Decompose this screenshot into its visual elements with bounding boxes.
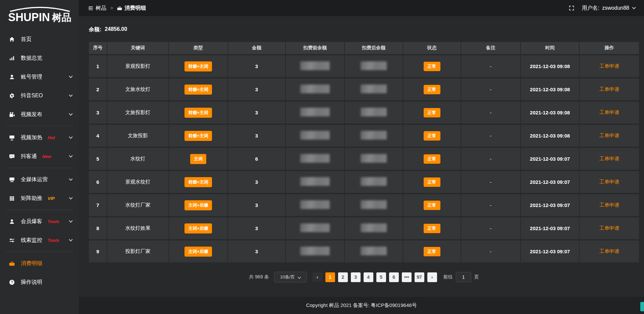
cell-status: 正常 (403, 148, 461, 171)
work-order-link[interactable]: 工单申请 (599, 156, 620, 161)
side-float-widget[interactable] (640, 302, 644, 311)
cell-status: 正常 (403, 125, 461, 148)
chevron-down-icon (298, 275, 301, 279)
col-header-status: 状态 (403, 42, 461, 55)
content-column: 树品 > 消费明细 用户名: zswodun88 余额: 24 (79, 0, 644, 314)
cell-amount: 3 (228, 55, 286, 78)
work-order-link[interactable]: 工单申请 (599, 109, 620, 115)
page-button-3[interactable]: 3 (351, 272, 361, 282)
gear-icon (9, 93, 15, 99)
sidebar-item-home[interactable]: 首页 (0, 30, 79, 49)
cell-balance-before (286, 125, 345, 148)
cell-type: 主词+后缀 (169, 194, 228, 217)
sidebar-item-consumption-detail[interactable]: 消费明细 (0, 254, 79, 273)
page-jump: 前往 页 (443, 272, 479, 282)
redacted-value (361, 223, 387, 232)
chevron-down-icon (69, 177, 72, 180)
cell-status: 正常 (403, 55, 461, 78)
sidebar-item-account-management[interactable]: 账号管理 (0, 67, 79, 86)
breadcrumb: 树品 > 消费明细 (88, 5, 146, 12)
sidebar-item-matrix-boost[interactable]: 矩阵助推 VIP (0, 189, 79, 208)
cell-index: 4 (89, 125, 107, 148)
sidebar-item-video-publish[interactable]: 视频发布 (0, 105, 79, 124)
fullscreen-icon[interactable] (569, 5, 575, 11)
page-button-4[interactable]: 4 (364, 272, 373, 282)
sidebar-divider (6, 168, 73, 168)
cell-type: 前缀+主词 (169, 78, 228, 102)
page-button-5[interactable]: 5 (376, 272, 386, 282)
sidebar-item-operation-guide[interactable]: ? 操作说明 (0, 273, 79, 292)
breadcrumb-current[interactable]: 消费明细 (117, 5, 146, 12)
cell-action: 工单申请 (580, 148, 639, 171)
sidebar-item-member-burst[interactable]: 会员爆客 Tools (0, 212, 79, 231)
cell-keyword: 水纹灯效果 (107, 217, 169, 241)
redacted-value (361, 177, 387, 186)
sidebar-item-douketong[interactable]: 抖客通 New (0, 147, 79, 166)
sidebar-item-douyin-seo[interactable]: 抖音SEO (0, 86, 79, 105)
cell-keyword: 文旅投影 (107, 125, 169, 148)
cell-remark: - (461, 102, 521, 125)
redacted-value (300, 223, 330, 232)
sidebar-item-lead-monitoring[interactable]: 线索监控 Tools (0, 231, 79, 250)
cell-balance-after (345, 78, 403, 102)
redacted-value (300, 154, 330, 163)
cell-action: 工单申请 (580, 102, 639, 125)
app-window: SHUPIN 树品 首页 数据总览 账号管理 抖音SEO (0, 0, 644, 314)
sidebar-divider (6, 252, 73, 252)
type-badge: 主词+后缀 (184, 247, 212, 257)
cell-status: 正常 (403, 171, 461, 194)
work-order-link[interactable]: 工单申请 (599, 248, 620, 254)
cell-action: 工单申请 (580, 125, 639, 148)
breadcrumb-root[interactable]: 树品 (88, 5, 106, 12)
page-button-97[interactable]: 97 (415, 272, 424, 282)
jump-prefix-label: 前往 (443, 274, 453, 280)
work-order-link[interactable]: 工单申请 (599, 63, 620, 69)
cell-balance-after (345, 194, 403, 217)
pagination: 共 969 条 10条/页 ‹ 1 2 3 4 5 6 ••• 97 › 前往 … (89, 272, 639, 282)
jump-suffix-label: 页 (474, 274, 479, 280)
username-label: 用户名: (582, 5, 599, 12)
sidebar-item-all-media-operation[interactable]: 全媒体运营 (0, 170, 79, 189)
page-button-6[interactable]: 6 (389, 272, 399, 282)
topbar-right: 用户名: zswodun88 (569, 5, 635, 12)
logo[interactable]: SHUPIN 树品 (0, 3, 79, 25)
redacted-value (300, 177, 330, 186)
redacted-value (300, 61, 330, 70)
cell-action: 工单申请 (580, 194, 639, 217)
col-header-balance-after: 扣费后余额 (345, 42, 403, 55)
cell-status: 正常 (403, 241, 461, 264)
work-order-link[interactable]: 工单申请 (599, 202, 620, 208)
jump-page-input[interactable] (456, 272, 471, 282)
sidebar-item-video-heating[interactable]: 视频加热 Hot (0, 128, 79, 147)
work-order-link[interactable]: 工单申请 (599, 86, 620, 92)
page-size-select[interactable]: 10条/页 (274, 272, 307, 282)
work-order-link[interactable]: 工单申请 (599, 179, 620, 185)
cell-action: 工单申请 (580, 171, 639, 194)
work-order-link[interactable]: 工单申请 (599, 133, 620, 138)
sidebar-divider (6, 210, 73, 210)
balance-label: 余额: (89, 26, 101, 33)
next-page-button[interactable]: › (427, 272, 437, 282)
work-order-link[interactable]: 工单申请 (599, 225, 620, 231)
cell-amount: 3 (228, 102, 286, 125)
table-header-row: 序号 关键词 类型 金额 扣费前余额 扣费后余额 状态 备注 时间 操作 (89, 42, 639, 55)
user-dropdown[interactable]: 用户名: zswodun88 (582, 5, 635, 12)
cell-keyword: 文旅投影灯 (107, 102, 169, 125)
cell-index: 7 (89, 194, 107, 217)
cell-status: 正常 (403, 217, 461, 241)
cell-balance-before (286, 217, 345, 241)
table-row: 2 文旅水纹灯 前缀+主词 3 正常 - 2021-12-03 09:08 工单… (89, 78, 639, 102)
hot-badge: Hot (48, 135, 55, 140)
more-pages-button[interactable]: ••• (402, 272, 412, 282)
page-button-2[interactable]: 2 (338, 272, 348, 282)
prev-page-button[interactable]: ‹ (313, 272, 322, 282)
sidebar-divider (6, 126, 73, 126)
page-size-value: 10条/页 (280, 274, 295, 280)
cell-balance-before (286, 102, 345, 125)
page-button-1[interactable]: 1 (325, 272, 335, 282)
cell-balance-before (286, 241, 345, 264)
cell-time: 2021-12-03 09:07 (521, 171, 580, 194)
cell-balance-after (345, 217, 403, 241)
sidebar-item-data-overview[interactable]: 数据总览 (0, 49, 79, 67)
type-badge: 主词+后缀 (184, 223, 212, 233)
